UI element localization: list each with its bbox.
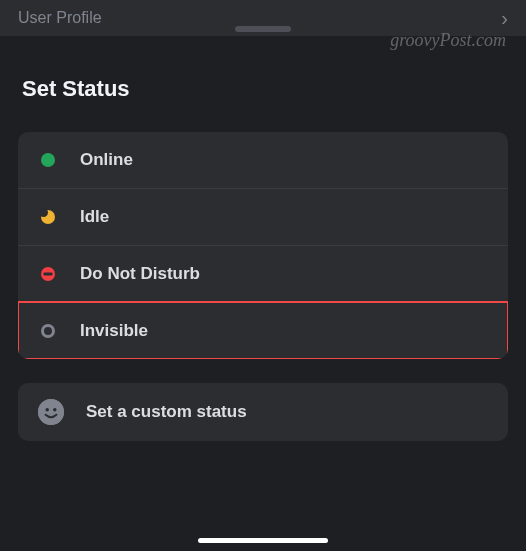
svg-point-0: [38, 399, 64, 425]
set-custom-status-button[interactable]: Set a custom status: [18, 383, 508, 441]
status-label: Do Not Disturb: [80, 264, 200, 284]
smiley-icon: [38, 399, 64, 425]
sheet-title: Set Status: [22, 76, 508, 102]
status-label: Online: [80, 150, 133, 170]
status-label: Invisible: [80, 321, 148, 341]
status-option-idle[interactable]: Idle: [18, 188, 508, 245]
drag-handle[interactable]: [235, 26, 291, 32]
dnd-icon: [40, 266, 56, 282]
svg-point-2: [53, 408, 56, 411]
status-option-online[interactable]: Online: [18, 132, 508, 188]
status-list: Online Idle Do Not Disturb Invisible: [18, 132, 508, 359]
custom-status-label: Set a custom status: [86, 402, 247, 422]
svg-point-1: [45, 408, 48, 411]
online-icon: [40, 152, 56, 168]
status-option-dnd[interactable]: Do Not Disturb: [18, 245, 508, 302]
user-profile-label: User Profile: [18, 9, 102, 27]
chevron-right-icon: ›: [501, 7, 508, 30]
invisible-icon: [40, 323, 56, 339]
home-indicator[interactable]: [198, 538, 328, 543]
idle-icon: [40, 209, 56, 225]
status-option-invisible[interactable]: Invisible: [18, 302, 508, 359]
set-status-sheet: Set Status Online Idle Do Not Disturb In…: [0, 36, 526, 459]
status-label: Idle: [80, 207, 109, 227]
